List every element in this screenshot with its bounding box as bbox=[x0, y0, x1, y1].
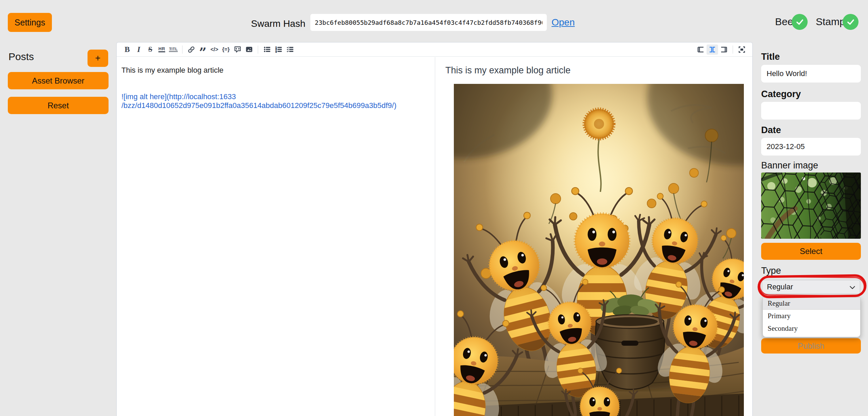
markdown-editor[interactable]: This is my example blog article ![img al… bbox=[117, 57, 435, 416]
type-dropdown-list: Regular Primary Secondary bbox=[763, 297, 861, 337]
type-label: Type bbox=[761, 266, 781, 276]
quote-icon[interactable]: ” bbox=[197, 44, 209, 55]
markdown-line: This is my example blog article bbox=[121, 66, 430, 75]
swarm-hash-input[interactable] bbox=[310, 14, 547, 31]
preview-heading: This is my example blog article bbox=[445, 65, 571, 76]
chevron-down-icon bbox=[850, 283, 855, 291]
swarm-hash-label: Swarm Hash bbox=[251, 18, 305, 29]
bullet-list-icon[interactable] bbox=[261, 44, 273, 55]
fullscreen-icon[interactable] bbox=[736, 44, 748, 55]
layout-editor-icon[interactable] bbox=[695, 44, 707, 55]
layout-preview-icon[interactable] bbox=[718, 44, 730, 55]
dropdown-option-regular[interactable]: Regular bbox=[763, 297, 860, 310]
banner-image-label: Banner image bbox=[761, 160, 818, 171]
comment-code-icon[interactable] bbox=[232, 44, 243, 55]
type-select-value: Regular bbox=[767, 283, 793, 291]
settings-button[interactable]: Settings bbox=[8, 13, 52, 32]
toolbar-separator bbox=[182, 46, 182, 54]
checklist-icon[interactable] bbox=[284, 44, 296, 55]
toolbar-separator bbox=[258, 46, 258, 54]
dropdown-option-primary[interactable]: Primary bbox=[763, 310, 860, 322]
reset-button[interactable]: Reset bbox=[8, 97, 109, 114]
numbered-list-icon[interactable]: 1 2 3 bbox=[273, 44, 284, 55]
markdown-blank-line bbox=[121, 75, 430, 84]
bee-status-label: Bee bbox=[775, 16, 793, 28]
editor-card: B I S HR TITL ” </> {=} bbox=[116, 42, 753, 416]
title-icon[interactable]: TITL bbox=[169, 47, 177, 52]
svg-text:3: 3 bbox=[275, 51, 277, 53]
hr-icon[interactable]: HR bbox=[158, 47, 165, 52]
bold-icon[interactable]: B bbox=[121, 44, 133, 55]
stamp-status-label: Stamp bbox=[816, 16, 845, 28]
markdown-image-link-line-2: /bzz/d1480d10652d975e091b2ffa0a35614abda… bbox=[121, 101, 430, 110]
category-input[interactable] bbox=[761, 102, 861, 120]
title-input[interactable] bbox=[761, 65, 861, 83]
dropdown-option-secondary[interactable]: Secondary bbox=[763, 322, 860, 335]
add-post-button[interactable]: + bbox=[88, 50, 108, 67]
italic-icon[interactable]: I bbox=[133, 44, 144, 55]
code-icon[interactable]: </> bbox=[209, 44, 220, 55]
link-icon[interactable] bbox=[186, 44, 197, 55]
posts-heading: Posts bbox=[8, 51, 34, 62]
bee-illustration bbox=[454, 84, 744, 416]
editor-toolbar: B I S HR TITL ” </> {=} bbox=[117, 42, 752, 57]
code-block-icon[interactable]: {=} bbox=[220, 44, 232, 55]
image-icon[interactable] bbox=[243, 44, 255, 55]
asset-browser-button[interactable]: Asset Browser bbox=[8, 72, 109, 89]
markdown-image-link-line-1: ![img alt here](http://localhost:1633 bbox=[121, 92, 430, 101]
category-label: Category bbox=[761, 89, 801, 100]
type-select[interactable]: Regular bbox=[762, 280, 860, 294]
bee-check-icon bbox=[792, 14, 808, 30]
publish-button[interactable]: Publish bbox=[761, 338, 861, 354]
markdown-blank-line bbox=[121, 84, 430, 92]
date-input[interactable] bbox=[761, 138, 861, 156]
date-label: Date bbox=[761, 125, 781, 135]
select-banner-button[interactable]: Select bbox=[761, 243, 861, 260]
preview-pane: This is my example blog article bbox=[435, 57, 753, 416]
toolbar-separator bbox=[733, 46, 733, 54]
layout-split-icon[interactable] bbox=[707, 44, 718, 55]
banner-image-thumbnail bbox=[761, 173, 861, 239]
title-label: Title bbox=[761, 52, 780, 62]
strikethrough-icon[interactable]: S bbox=[144, 44, 156, 55]
open-link[interactable]: Open bbox=[552, 17, 575, 28]
stamp-check-icon bbox=[843, 14, 859, 30]
